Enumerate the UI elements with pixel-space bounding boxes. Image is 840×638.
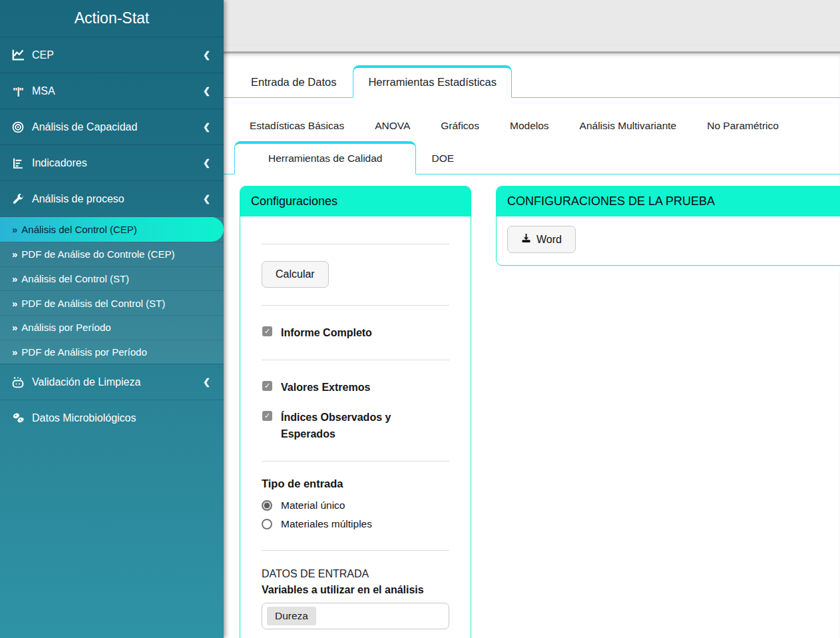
submenu-item-label: Análisis por Período xyxy=(21,322,110,333)
tab-anova[interactable]: ANOVA xyxy=(359,111,425,141)
download-icon xyxy=(521,233,531,246)
submenu-item-analisis-del-control-cep[interactable]: » Análisis del Control (CEP) xyxy=(0,217,224,242)
chevron-left-icon: ❮ xyxy=(203,377,210,387)
sidebar-item-label: Validación de Limpieza xyxy=(32,376,203,388)
submenu-item-label: Análisis del Control (CEP) xyxy=(21,224,136,235)
submenu-item-label: PDF de Análise do Controle (CEP) xyxy=(21,248,174,260)
variable-chip[interactable]: Dureza xyxy=(267,607,316,625)
tab-doe[interactable]: DOE xyxy=(416,143,469,174)
variables-select-input[interactable]: Dureza xyxy=(262,603,449,629)
configurations-panel: Configuraciones Calcular ✓ Informe Compl… xyxy=(240,186,471,638)
chevron-left-icon: ❮ xyxy=(203,122,210,132)
divider xyxy=(262,360,449,360)
checkbox-label: Valores Extremos xyxy=(281,379,370,396)
tab-modelos[interactable]: Modelos xyxy=(495,111,564,141)
divider xyxy=(262,461,449,462)
divider xyxy=(262,550,449,551)
submenu-item-pdf-analisis-control-st[interactable]: » PDF de Análisis del Control (ST) xyxy=(0,290,224,315)
top-toolbar xyxy=(224,0,840,53)
double-angle-right-icon: » xyxy=(12,224,16,235)
tab-analisis-multivariante[interactable]: Análisis Multivariante xyxy=(564,111,692,141)
submenu-item-pdf-analise-controle-cep[interactable]: » PDF de Análise do Controle (CEP) xyxy=(0,242,224,266)
test-configurations-panel: CONFIGURACIONES DE LA PRUEBA Word xyxy=(496,186,840,266)
bullseye-icon xyxy=(9,121,27,133)
double-angle-right-icon: » xyxy=(12,273,16,284)
submenu-item-analisis-del-control-st[interactable]: » Análisis del Control (ST) xyxy=(0,266,224,291)
double-angle-right-icon: » xyxy=(12,248,16,260)
sidebar-item-label: MSA xyxy=(32,85,203,97)
double-angle-right-icon: » xyxy=(12,346,16,358)
variables-label: Variables a utilizar en el análisis xyxy=(262,584,449,596)
configurations-panel-title: Configuraciones xyxy=(240,186,471,216)
wrench-icon xyxy=(9,193,27,205)
sidebar-item-label: Análisis de proceso xyxy=(32,193,203,205)
process-analysis-submenu: » Análisis del Control (CEP) » PDF de An… xyxy=(0,216,224,364)
divider xyxy=(262,244,449,244)
tab-herramientas-de-calidad[interactable]: Herramientas de Calidad xyxy=(234,141,416,174)
tab-estadisticas-basicas[interactable]: Estadísticas Básicas xyxy=(234,111,359,141)
word-button-label: Word xyxy=(536,234,562,246)
input-type-heading: Tipo de entrada xyxy=(262,478,449,490)
chevron-left-icon: ❮ xyxy=(203,50,210,60)
tab-entrada-de-datos[interactable]: Entrada de Datos xyxy=(234,67,353,97)
sidebar-item-label: Indicadores xyxy=(32,157,203,169)
double-angle-right-icon: » xyxy=(12,322,16,333)
submenu-item-analisis-por-periodo[interactable]: » Análisis por Período xyxy=(0,315,224,340)
antenna-icon: "|" xyxy=(9,85,27,97)
data-entry-section-label: DATOS DE ENTRADA xyxy=(262,568,449,580)
sidebar-item-datos-microbiologicos[interactable]: Datos Microbiológicos xyxy=(0,400,224,436)
sidebar-item-label: Datos Microbiológicos xyxy=(32,412,210,424)
main-tab-bar: Entrada de Datos Herramientas Estadístic… xyxy=(224,53,840,98)
sidebar-item-analisis-de-proceso[interactable]: Análisis de proceso ❮ xyxy=(0,180,224,216)
checkbox-valores-extremos[interactable]: ✓ xyxy=(262,381,272,391)
double-angle-right-icon: » xyxy=(12,298,16,309)
calculate-button[interactable]: Calcular xyxy=(262,261,329,288)
tab-no-parametrico[interactable]: No Paramétrico xyxy=(692,111,794,141)
sidebar-item-label: Análisis de Capacidad xyxy=(32,121,203,133)
checkbox-label: Índices Observados y Esperados xyxy=(281,409,428,442)
checkbox-informe-completo[interactable]: ✓ xyxy=(262,326,272,336)
sidebar-item-analisis-de-capacidad[interactable]: Análisis de Capacidad ❮ xyxy=(0,109,224,145)
divider xyxy=(262,305,449,306)
tab-graficos[interactable]: Gráficos xyxy=(425,111,495,141)
sub-tab-bar: Estadísticas Básicas ANOVA Gráficos Mode… xyxy=(224,111,840,174)
tab-herramientas-estadisticas[interactable]: Herramientas Estadísticas xyxy=(353,65,512,98)
radio-material-unico[interactable] xyxy=(262,500,272,511)
configurations-panel-body: Calcular ✓ Informe Completo ✓ Valores Ex… xyxy=(240,216,471,629)
soap-icon xyxy=(9,376,27,388)
word-export-button[interactable]: Word xyxy=(507,226,576,253)
content-area: Entrada de Datos Herramientas Estadístic… xyxy=(224,53,840,638)
test-configurations-panel-title: CONFIGURACIONES DE LA PRUEBA xyxy=(497,186,840,216)
main-area: Entrada de Datos Herramientas Estadístic… xyxy=(224,0,840,638)
chevron-left-icon: ❮ xyxy=(203,194,210,204)
bacteria-icon xyxy=(9,412,27,424)
sidebar-item-indicadores[interactable]: Indicadores ❮ xyxy=(0,145,224,180)
sidebar-item-msa[interactable]: "|" MSA ❮ xyxy=(0,73,224,109)
sidebar-item-label: CEP xyxy=(32,49,203,61)
checkbox-label: Informe Completo xyxy=(281,324,372,341)
sidebar: Action-Stat CEP ❮ "|" MSA ❮ Análisis de … xyxy=(0,0,224,638)
radio-label: Material único xyxy=(281,499,345,511)
radio-materiales-multiples[interactable] xyxy=(262,519,272,529)
radio-label: Materiales múltiples xyxy=(281,518,372,530)
sidebar-item-cep[interactable]: CEP ❮ xyxy=(0,37,224,73)
chart-line-icon xyxy=(9,49,27,61)
checkbox-indices-observados-esperados[interactable]: ✓ xyxy=(262,411,272,421)
submenu-item-label: Análisis del Control (ST) xyxy=(21,273,129,284)
submenu-item-label: PDF de Análisis por Período xyxy=(21,346,146,358)
submenu-item-label: PDF de Análisis del Control (ST) xyxy=(21,298,165,309)
app-title: Action-Stat xyxy=(0,0,224,37)
submenu-item-pdf-analisis-por-periodo[interactable]: » PDF de Análisis por Período xyxy=(0,340,224,364)
panels-row: Configuraciones Calcular ✓ Informe Compl… xyxy=(224,174,840,638)
chevron-left-icon: ❮ xyxy=(203,86,210,96)
bar-chart-icon xyxy=(9,158,27,168)
sidebar-item-validacion-de-limpieza[interactable]: Validación de Limpieza ❮ xyxy=(0,364,224,400)
chevron-left-icon: ❮ xyxy=(203,158,210,168)
